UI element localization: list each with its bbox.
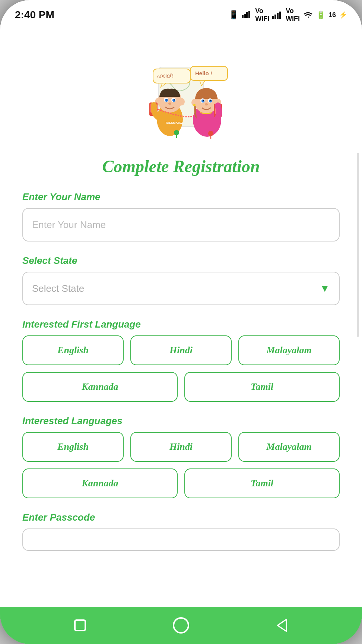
first-lang-label: Interested First Language (22, 319, 340, 330)
il-hindi-btn[interactable]: Hindi (130, 432, 232, 462)
svg-marker-48 (277, 619, 286, 631)
name-label: Enter Your Name (22, 191, 340, 203)
svg-rect-6 (277, 13, 279, 19)
svg-text:TALKMATEZ: TALKMATEZ (165, 121, 183, 124)
svg-point-16 (166, 100, 168, 101)
svg-point-30 (203, 100, 204, 101)
passcode-label: Enter Passcode (22, 512, 340, 523)
illustration-container: TALKMATEZ (22, 41, 340, 149)
state-label: Select State (22, 255, 340, 266)
interested-lang-grid: English Hindi Malayalam (22, 432, 340, 462)
fl-english-btn[interactable]: English (22, 335, 124, 365)
svg-text:Hello !: Hello ! (195, 70, 212, 76)
svg-point-32 (205, 103, 208, 105)
circle-nav-icon (171, 615, 191, 635)
battery-level: 16 (328, 11, 336, 19)
screen: TALKMATEZ (0, 30, 362, 644)
il-kannada-btn[interactable]: Kannada (22, 468, 178, 498)
svg-point-17 (174, 100, 175, 101)
svg-rect-46 (75, 620, 85, 631)
hero-illustration: TALKMATEZ (121, 48, 241, 145)
state-select[interactable]: Select State Kerala Karnataka Tamil Nadu… (23, 272, 339, 304)
interested-lang-label: Interested Languages (22, 415, 340, 427)
state-select-wrapper[interactable]: Select State Kerala Karnataka Tamil Nadu… (22, 272, 340, 305)
il-english-btn[interactable]: English (22, 432, 124, 462)
vo-wifi-label: VoWiFi (255, 7, 269, 23)
svg-rect-4 (272, 16, 274, 19)
fl-hindi-btn[interactable]: Hindi (130, 335, 232, 365)
bottom-nav (0, 607, 362, 644)
fl-tamil-btn[interactable]: Tamil (184, 372, 340, 402)
page-title: Complete Registration (22, 157, 340, 176)
svg-point-18 (168, 102, 171, 105)
svg-rect-5 (274, 15, 276, 19)
passcode-input-area[interactable] (22, 528, 340, 551)
svg-point-35 (193, 104, 196, 106)
phone-frame: 2:40 PM 📱 VoWiFi VoWiFi (0, 0, 362, 644)
first-lang-row2: Kannada Tamil (22, 372, 340, 402)
il-malayalam-btn[interactable]: Malayalam (238, 432, 340, 462)
il-tamil-btn[interactable]: Tamil (184, 468, 340, 498)
status-icons: 📱 VoWiFi VoWiFi (229, 7, 347, 23)
svg-text:ഹായ് !: ഹായ് ! (157, 73, 174, 79)
state-section: Select State Select State Kerala Karnata… (22, 255, 340, 305)
svg-point-47 (174, 618, 188, 633)
svg-rect-2 (246, 12, 248, 18)
svg-rect-1 (244, 14, 246, 18)
battery-icon: 🔋 (316, 10, 326, 19)
vo-wifi2-label: VoWiFi (286, 7, 300, 23)
svg-rect-3 (248, 11, 250, 18)
square-nav-icon (71, 616, 89, 634)
interested-lang-row2: Kannada Tamil (22, 468, 340, 498)
passcode-section: Enter Passcode (22, 512, 340, 551)
name-input[interactable] (22, 208, 340, 242)
scroll-indicator (357, 153, 359, 337)
nav-back-btn[interactable] (271, 614, 293, 637)
signal-icon (242, 10, 252, 20)
fl-kannada-btn[interactable]: Kannada (22, 372, 178, 402)
svg-point-31 (210, 100, 212, 101)
svg-rect-0 (242, 15, 244, 18)
signal2-icon (272, 11, 283, 19)
svg-rect-7 (279, 12, 281, 19)
nav-recent-btn[interactable] (69, 614, 91, 637)
first-lang-grid: English Hindi Malayalam (22, 335, 340, 365)
fl-malayalam-btn[interactable]: Malayalam (238, 335, 340, 365)
wifi-icon (303, 11, 313, 19)
nav-home-btn[interactable] (170, 614, 192, 637)
scroll-area[interactable]: TALKMATEZ (0, 30, 362, 607)
status-time: 2:40 PM (15, 9, 54, 21)
whatsapp-icon: 📱 (229, 10, 239, 20)
status-bar: 2:40 PM 📱 VoWiFi VoWiFi (0, 0, 362, 30)
triangle-nav-icon (273, 616, 291, 634)
name-section: Enter Your Name (22, 191, 340, 242)
svg-point-20 (179, 98, 185, 105)
charging-icon: ⚡ (339, 11, 347, 19)
interested-language-section: Interested Languages English Hindi Malay… (22, 415, 340, 498)
first-language-section: Interested First Language English Hindi … (22, 319, 340, 402)
